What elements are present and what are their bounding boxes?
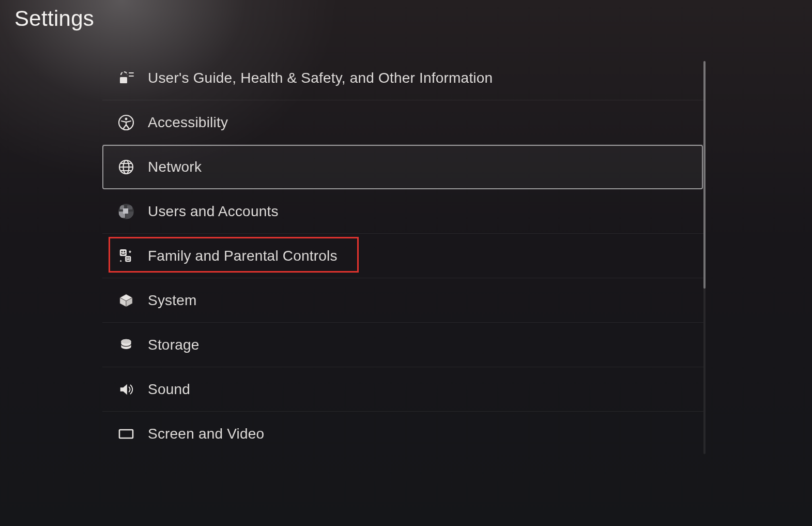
menu-item-label: Storage: [148, 337, 199, 353]
menu-item-users-accounts[interactable]: Users and Accounts: [102, 189, 703, 234]
menu-item-label: Users and Accounts: [148, 203, 279, 220]
svg-point-17: [127, 257, 128, 258]
sound-icon: [117, 380, 135, 399]
menu-item-label: Accessibility: [148, 114, 228, 131]
family-icon: [117, 247, 135, 265]
svg-rect-21: [119, 430, 133, 438]
menu-item-storage[interactable]: Storage: [102, 323, 703, 367]
scrollbar[interactable]: [703, 61, 706, 454]
svg-point-15: [124, 251, 125, 252]
svg-rect-13: [120, 249, 127, 256]
guide-icon: [117, 69, 135, 87]
menu-item-screen-video[interactable]: Screen and Video: [102, 412, 703, 456]
page-title: Settings: [14, 6, 94, 31]
settings-menu: User's Guide, Health & Safety, and Other…: [102, 56, 703, 456]
menu-item-label: Screen and Video: [148, 426, 264, 442]
menu-item-label: User's Guide, Health & Safety, and Other…: [148, 70, 493, 86]
svg-point-3: [125, 117, 128, 120]
menu-item-system[interactable]: System: [102, 278, 703, 323]
avatar-icon: [117, 202, 135, 221]
menu-item-network[interactable]: Network: [102, 145, 703, 189]
svg-rect-1: [121, 79, 126, 80]
svg-rect-16: [125, 256, 131, 262]
menu-item-sound[interactable]: Sound: [102, 367, 703, 412]
storage-icon: [117, 336, 135, 354]
menu-item-users-guide[interactable]: User's Guide, Health & Safety, and Other…: [102, 56, 703, 100]
menu-item-label: Network: [148, 159, 202, 175]
globe-icon: [117, 158, 135, 176]
menu-item-label: System: [148, 292, 197, 309]
accessibility-icon: [117, 113, 135, 132]
svg-point-20: [121, 339, 131, 343]
svg-point-14: [121, 251, 123, 252]
screen-icon: [117, 425, 135, 443]
scrollbar-thumb[interactable]: [703, 61, 706, 289]
svg-rect-12: [123, 208, 128, 214]
menu-item-accessibility[interactable]: Accessibility: [102, 100, 703, 145]
svg-point-18: [128, 257, 129, 258]
menu-item-label: Sound: [148, 381, 190, 398]
cube-icon: [117, 291, 135, 310]
menu-item-family-parental[interactable]: Family and Parental Controls: [102, 234, 703, 278]
menu-item-label: Family and Parental Controls: [148, 248, 338, 264]
